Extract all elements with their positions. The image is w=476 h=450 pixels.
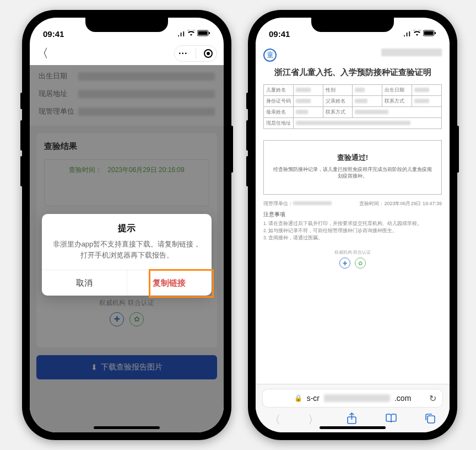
pass-subtitle: 经查验预防接种记录，该儿童已按照免疫程序完成当前阶段的儿童免疫规划疫苗接种。 <box>272 166 434 180</box>
bookmarks-icon[interactable] <box>385 414 397 426</box>
svg-rect-1 <box>198 31 208 35</box>
status-indicators: .ıl <box>403 30 436 38</box>
phone-mockup-right: 09:41 .ıl 童 浙江省儿童入托、入学预防接种证查验证明 儿童姓名 性别 <box>248 10 457 440</box>
battery-icon <box>197 30 210 38</box>
phone-notch <box>311 18 394 32</box>
pass-result-box: 查验通过! 经查验预防接种记录，该儿童已按照免疫程序完成当前阶段的儿童免疫规划疫… <box>263 140 442 195</box>
wifi-icon <box>187 30 196 38</box>
svg-rect-7 <box>428 416 435 423</box>
capsule-close-icon[interactable] <box>204 49 213 58</box>
nav-back-icon[interactable]: 〈 <box>269 413 280 427</box>
status-time: 09:41 <box>43 29 64 39</box>
home-indicator[interactable] <box>320 426 386 429</box>
safari-toolbar: 🔒 s-cr .com ↻ 〈 〉 <box>256 384 450 432</box>
svg-rect-2 <box>209 32 210 34</box>
nav-forward-icon[interactable]: 〉 <box>308 413 319 427</box>
report-document[interactable]: 童 浙江省儿童入托、入学预防接种证查验证明 儿童姓名 性别 出生日期 身份证号码… <box>256 42 450 383</box>
cancel-button[interactable]: 取消 <box>42 270 127 296</box>
stamp-leaf-icon: ✿ <box>355 258 366 269</box>
share-icon[interactable] <box>347 413 357 427</box>
org-logo-icon: 童 <box>263 49 277 62</box>
status-time: 09:41 <box>269 29 290 39</box>
info-table: 儿童姓名 性别 出生日期 身份证号码 父亲姓名 联系方式 母亲姓名 联系方式 <box>263 84 442 129</box>
reload-icon[interactable]: ↻ <box>429 393 436 404</box>
svg-rect-4 <box>424 31 434 35</box>
doc-stamps: 权威机构 联合认证 ✚ ✿ <box>263 249 442 269</box>
alert-title: 提示 <box>42 214 212 239</box>
wifi-icon <box>413 30 421 38</box>
lock-icon: 🔒 <box>294 394 302 402</box>
address-bar[interactable]: 🔒 s-cr .com ↻ <box>262 389 443 408</box>
svg-rect-5 <box>435 32 436 34</box>
stamp-shield-icon: ✚ <box>339 258 350 269</box>
battery-icon <box>423 30 436 38</box>
phone-mockup-left: 09:41 .ıl 〈 ··· <box>22 10 231 440</box>
pass-title: 查验通过! <box>272 153 434 163</box>
back-icon[interactable]: 〈 <box>36 45 48 62</box>
copy-link-button[interactable]: 复制链接 <box>127 270 212 296</box>
capsule-menu-icon[interactable]: ··· <box>178 49 187 58</box>
tabs-icon[interactable] <box>425 413 436 427</box>
meta-row: 现管理单位： 查验时间：2023年06月29日 19:47:39 <box>263 200 442 207</box>
notes-block: 注意事项 1. 请在查验通过后下载并打印，并按要求提交托育机构、幼儿园或学校。 … <box>263 211 442 242</box>
miniprogram-capsule[interactable]: ··· <box>174 45 217 62</box>
alert-message: 非浙里办app暂不支持直接下载。请复制链接，打开手机浏览器再下载报告。 <box>42 239 212 270</box>
phone-notch <box>85 18 168 32</box>
url-redacted <box>324 394 390 402</box>
status-indicators: .ıl <box>177 30 210 38</box>
document-title: 浙江省儿童入托、入学预防接种证查验证明 <box>263 67 442 78</box>
miniprogram-nav: 〈 ··· <box>30 42 224 65</box>
value-redacted <box>381 49 442 56</box>
alert-dialog: 提示 非浙里办app暂不支持直接下载。请复制链接，打开手机浏览器再下载报告。 取… <box>42 214 212 296</box>
